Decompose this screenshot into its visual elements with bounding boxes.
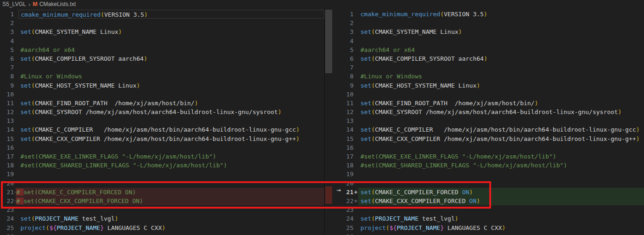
code-line[interactable]: 15set(CMAKE_CXX_COMPILER /home/xj/asm/ho…	[0, 134, 324, 143]
code-line[interactable]: 19	[0, 170, 324, 178]
code-line[interactable]: 11set(CMAKE_FIND_ROOT_PATH /home/xj/asm/…	[0, 99, 324, 108]
code-line[interactable]: 14set(CMAKE_C_COMPILER /home/xj/asm/host…	[345, 125, 644, 134]
code-line[interactable]: 7	[345, 63, 644, 72]
line-number: 19	[345, 170, 354, 178]
code-line[interactable]: 12set(CMAKE_SYSROOT /home/xj/asm/host/aa…	[0, 108, 324, 116]
code-token: (	[440, 11, 444, 18]
code-line[interactable]: 8#Linux or Windows	[345, 72, 644, 81]
code-text	[358, 143, 644, 152]
code-token: VERSION 3.5	[444, 11, 484, 18]
code-line[interactable]: 1cmake_minimum_required(VERSION 3.5)	[345, 10, 644, 19]
diff-sign	[14, 19, 19, 27]
code-text: set(CMAKE_SYSTEM_NAME Linux)	[19, 27, 324, 36]
code-line[interactable]: 5#aarch64 or x64	[0, 45, 324, 54]
code-line[interactable]: 24set(PROJECT_NAME test_lvgl)	[0, 214, 324, 223]
code-line[interactable]: 6set(CMAKE_COMPILER_SYSROOT aarch64)	[345, 54, 644, 63]
diff-sign	[14, 143, 19, 152]
diff-sign	[354, 232, 358, 235]
code-line[interactable]: 5#aarch64 or x64	[345, 45, 644, 54]
code-line[interactable]: 8#Linux or Windows	[0, 72, 324, 81]
code-line[interactable]: 4	[0, 37, 324, 45]
code-token: )	[136, 82, 140, 89]
code-line[interactable]: 22−# set(CMAKE_CXX_COMPILER_FORCED ON)	[0, 197, 324, 205]
line-gutter: 16	[345, 143, 358, 152]
overview-ruler-removed-mark	[325, 186, 332, 204]
code-token: set	[20, 126, 31, 133]
diff-sign	[354, 108, 358, 116]
code-line[interactable]: 25project(${PROJECT_NAME} LANGUAGES C CX…	[0, 223, 324, 232]
code-line[interactable]: 10	[345, 90, 644, 99]
code-token: CMAKE_CXX_COMPILER /home/xj/asm/host/bin…	[375, 135, 636, 142]
code-line[interactable]: 1cmake_minimum_required(VERSION 3.5)	[0, 10, 324, 19]
code-line[interactable]: 2	[0, 19, 324, 27]
code-line[interactable]: 16	[0, 143, 324, 152]
diff-sign	[354, 99, 358, 108]
breadcrumb-item-folder[interactable]: S5_LVGL	[2, 1, 26, 7]
code-line[interactable]: 13	[345, 116, 644, 125]
code-line[interactable]: 15set(CMAKE_CXX_COMPILER /home/xj/asm/ho…	[345, 134, 644, 143]
code-line[interactable]: 3set(CMAKE_SYSTEM_NAME Linux)	[0, 27, 324, 36]
code-text: set(CMAKE_CXX_COMPILER /home/xj/asm/host…	[19, 134, 324, 143]
code-line[interactable]: 19	[345, 170, 644, 178]
code-line[interactable]: 10	[0, 90, 324, 99]
scrollbar-thumb[interactable]	[325, 10, 332, 73]
code-line[interactable]: 21−# set(CMAKE_C_COMPILER_FORCED ON)	[0, 188, 324, 197]
code-line[interactable]: 13	[0, 116, 324, 125]
code-line[interactable]: 26	[0, 232, 324, 235]
code-line[interactable]: 20	[0, 179, 324, 188]
right-arrow-icon[interactable]: →	[333, 185, 344, 195]
code-line[interactable]: 18#set(CMAKE_SHARED_LINKER_FLAGS "-L/hom…	[345, 161, 644, 170]
code-text: set(CMAKE_C_COMPILER /home/xj/asm/host/b…	[358, 125, 644, 134]
code-line[interactable]: 18#set(CMAKE_SHARED_LINKER_FLAGS "-L/hom…	[0, 161, 324, 170]
line-number: 26	[0, 232, 14, 235]
code-line[interactable]: 25project(${PROJECT_NAME} LANGUAGES C CX…	[345, 223, 644, 232]
code-line[interactable]: 9set(CMAKE_HOST_SYSTEM_NAME Linux)	[345, 81, 644, 90]
code-line[interactable]: 6set(CMAKE_COMPILER_SYSROOT aarch64)	[0, 54, 324, 63]
code-token: ON	[462, 189, 469, 196]
line-number: 9	[0, 81, 14, 90]
code-line[interactable]: 11set(CMAKE_FIND_ROOT_PATH /home/xj/asm/…	[345, 99, 644, 108]
code-line[interactable]: 4	[345, 37, 644, 45]
code-line[interactable]: 2	[345, 19, 644, 27]
code-text: set(CMAKE_SYSTEM_NAME Linux)	[358, 27, 644, 36]
diff-sign	[354, 125, 358, 134]
line-gutter: 5	[0, 45, 19, 54]
code-line[interactable]: 3set(CMAKE_SYSTEM_NAME Linux)	[345, 27, 644, 36]
code-token: set(CMAKE_CXX_COMPILER_FORCED ON)	[24, 197, 143, 204]
diff-sign	[354, 72, 358, 81]
code-line[interactable]: 23	[345, 205, 644, 214]
code-line[interactable]: 9set(CMAKE_HOST_SYSTEM_NAME Linux)	[0, 81, 324, 90]
line-gutter: 12	[345, 108, 358, 116]
line-gutter: 23	[345, 205, 358, 214]
code-line[interactable]: 12set(CMAKE_SYSROOT /home/xj/asm/host/aa…	[345, 108, 644, 116]
code-text	[19, 90, 324, 99]
code-line[interactable]: 21+set(CMAKE_C_COMPILER_FORCED ON)	[345, 188, 644, 197]
code-line[interactable]: 17#set(CMAKE_EXE_LINKER_FLAGS "-L/home/x…	[345, 152, 644, 161]
code-text: set(CMAKE_CXX_COMPILER /home/xj/asm/host…	[358, 134, 644, 143]
code-line[interactable]: 26	[345, 232, 644, 235]
code-line[interactable]: 14set(CMAKE_C_COMPILER /home/xj/asm/host…	[0, 125, 324, 134]
line-gutter: 14	[345, 125, 358, 134]
line-number: 1	[345, 10, 354, 19]
code-text: #Linux or Windows	[358, 72, 644, 81]
code-line[interactable]: 23	[0, 205, 324, 214]
code-text: set(PROJECT_NAME test_lvgl)	[358, 214, 644, 223]
line-number: 5	[0, 45, 14, 54]
code-token: test_lvgl	[418, 215, 455, 222]
line-number: 3	[0, 27, 14, 36]
diff-sign	[14, 125, 19, 134]
code-text	[358, 170, 644, 178]
code-token: CMAKE_SYSTEM_NAME Linux	[375, 28, 458, 35]
breadcrumb-item-file[interactable]: CMakeLists.txt	[39, 1, 76, 7]
code-token: set	[360, 135, 371, 142]
code-line[interactable]: 24set(PROJECT_NAME test_lvgl)	[345, 214, 644, 223]
code-line[interactable]: 7	[0, 63, 324, 72]
code-token: ON	[469, 197, 477, 204]
code-line[interactable]: 17#set(CMAKE_EXE_LINKER_FLAGS "-L/home/x…	[0, 152, 324, 161]
diff-sign	[14, 63, 19, 72]
code-line[interactable]: 16	[345, 143, 644, 152]
code-line[interactable]: 22+set(CMAKE_CXX_COMPILER_FORCED ON)	[345, 197, 644, 205]
code-token: #Linux or Windows	[20, 73, 82, 80]
code-line[interactable]: 20	[345, 179, 644, 188]
code-token: CMAKE_HOST_SYSTEM_NAME Linux	[375, 82, 476, 89]
